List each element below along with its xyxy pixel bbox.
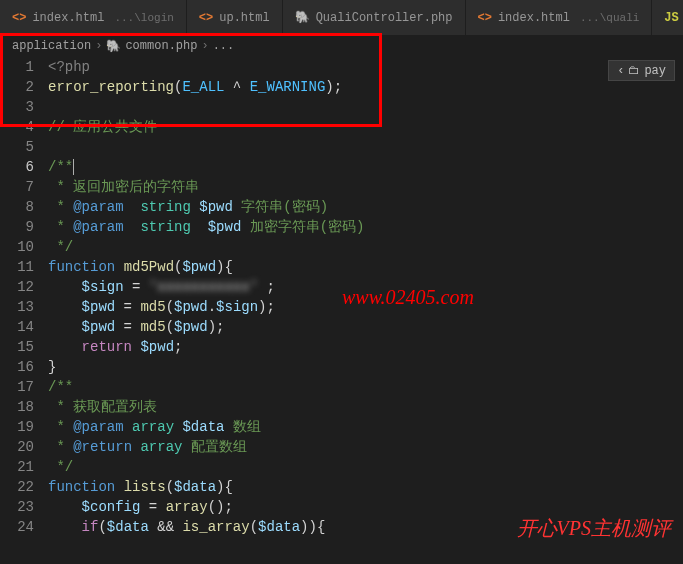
line-number: 17 bbox=[0, 377, 34, 397]
line-number: 14 bbox=[0, 317, 34, 337]
code-line[interactable]: function lists($data){ bbox=[48, 477, 683, 497]
line-number: 16 bbox=[0, 357, 34, 377]
line-number: 24 bbox=[0, 517, 34, 537]
tab-index-html[interactable]: <>index.html...\login bbox=[0, 0, 187, 35]
line-number: 18 bbox=[0, 397, 34, 417]
line-number: 15 bbox=[0, 337, 34, 357]
folder-icon: 🗀 bbox=[628, 63, 640, 78]
code-line[interactable]: * @param string $pwd 字符串(密码) bbox=[48, 197, 683, 217]
tab-up-html[interactable]: <>up.html bbox=[187, 0, 283, 35]
code-line[interactable] bbox=[48, 137, 683, 157]
line-number: 10 bbox=[0, 237, 34, 257]
line-number: 13 bbox=[0, 297, 34, 317]
folder-name: pay bbox=[644, 64, 666, 78]
line-gutter: 123456789101112131415161718192021222324 bbox=[0, 57, 48, 564]
breadcrumb-more: ... bbox=[213, 39, 235, 53]
line-number: 21 bbox=[0, 457, 34, 477]
line-number: 2 bbox=[0, 77, 34, 97]
breadcrumb-folder: application bbox=[12, 39, 91, 53]
tab-quali-js[interactable]: JSquali.js bbox=[652, 0, 683, 35]
line-number: 5 bbox=[0, 137, 34, 157]
line-number: 6 bbox=[0, 157, 34, 177]
code-line[interactable]: $sign = 'xxxxxxxxxxx' ; bbox=[48, 277, 683, 297]
chevron-left-icon[interactable]: ‹ bbox=[617, 64, 624, 78]
code-line[interactable]: * @return array 配置数组 bbox=[48, 437, 683, 457]
html-icon: <> bbox=[12, 11, 26, 25]
code-line[interactable] bbox=[48, 97, 683, 117]
tab-index-html[interactable]: <>index.html...\quali bbox=[466, 0, 653, 35]
line-number: 23 bbox=[0, 497, 34, 517]
tab-QualiController-php[interactable]: 🐘QualiController.php bbox=[283, 0, 466, 35]
line-number: 3 bbox=[0, 97, 34, 117]
code-line[interactable]: * @param string $pwd 加密字符串(密码) bbox=[48, 217, 683, 237]
line-number: 9 bbox=[0, 217, 34, 237]
chevron-right-icon: › bbox=[201, 39, 208, 53]
code-line[interactable]: * 返回加密后的字符串 bbox=[48, 177, 683, 197]
line-number: 19 bbox=[0, 417, 34, 437]
line-number: 12 bbox=[0, 277, 34, 297]
js-icon: JS bbox=[664, 11, 678, 25]
code-line[interactable]: * 获取配置列表 bbox=[48, 397, 683, 417]
text-cursor bbox=[73, 159, 74, 175]
tab-label: index.html bbox=[32, 11, 104, 25]
tab-label: index.html bbox=[498, 11, 570, 25]
line-number: 20 bbox=[0, 437, 34, 457]
code-line[interactable]: <?php bbox=[48, 57, 683, 77]
code-line[interactable]: */ bbox=[48, 457, 683, 477]
code-line[interactable]: */ bbox=[48, 237, 683, 257]
line-number: 4 bbox=[0, 117, 34, 137]
code-area[interactable]: <?phperror_reporting(E_ALL ^ E_WARNING);… bbox=[48, 57, 683, 564]
editor-tabs: <>index.html...\login<>up.html🐘QualiCont… bbox=[0, 0, 683, 35]
code-line[interactable]: /** bbox=[48, 157, 683, 177]
code-line[interactable]: function md5Pwd($pwd){ bbox=[48, 257, 683, 277]
code-line[interactable]: $config = array(); bbox=[48, 497, 683, 517]
code-line[interactable]: return $pwd; bbox=[48, 337, 683, 357]
code-line[interactable]: } bbox=[48, 357, 683, 377]
line-number: 8 bbox=[0, 197, 34, 217]
php-icon: 🐘 bbox=[106, 39, 121, 54]
line-number: 11 bbox=[0, 257, 34, 277]
html-icon: <> bbox=[199, 11, 213, 25]
code-line[interactable]: $pwd = md5($pwd.$sign); bbox=[48, 297, 683, 317]
php-icon: 🐘 bbox=[295, 10, 310, 25]
tab-label: QualiController.php bbox=[316, 11, 453, 25]
tab-label: up.html bbox=[219, 11, 269, 25]
tab-path: ...\login bbox=[114, 12, 173, 24]
folder-nav[interactable]: ‹ 🗀 pay bbox=[608, 60, 675, 81]
line-number: 1 bbox=[0, 57, 34, 77]
code-line[interactable]: if($data && is_array($data)){ bbox=[48, 517, 683, 537]
code-line[interactable]: * @param array $data 数组 bbox=[48, 417, 683, 437]
tab-path: ...\quali bbox=[580, 12, 639, 24]
breadcrumb[interactable]: application › 🐘 common.php › ... bbox=[0, 35, 683, 57]
code-editor[interactable]: 123456789101112131415161718192021222324 … bbox=[0, 57, 683, 564]
code-line[interactable]: $pwd = md5($pwd); bbox=[48, 317, 683, 337]
html-icon: <> bbox=[478, 11, 492, 25]
chevron-right-icon: › bbox=[95, 39, 102, 53]
line-number: 7 bbox=[0, 177, 34, 197]
code-line[interactable]: /** bbox=[48, 377, 683, 397]
line-number: 22 bbox=[0, 477, 34, 497]
code-line[interactable]: // 应用公共文件 bbox=[48, 117, 683, 137]
code-line[interactable]: error_reporting(E_ALL ^ E_WARNING); bbox=[48, 77, 683, 97]
breadcrumb-file: common.php bbox=[125, 39, 197, 53]
